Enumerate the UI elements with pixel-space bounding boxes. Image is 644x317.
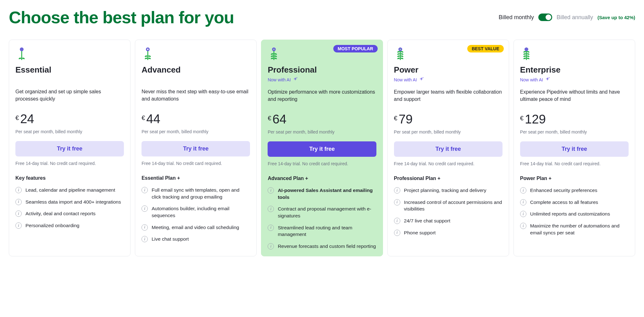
feature-item: i Project planning, tracking and deliver… — [394, 187, 502, 194]
try-free-button[interactable]: Try it free — [15, 141, 124, 156]
features-list: i Project planning, tracking and deliver… — [394, 187, 502, 236]
feature-item: i Automations builder, including email s… — [142, 205, 250, 219]
feature-text: Contract and proposal management with e-… — [278, 205, 376, 219]
feature-text: Complete access to all features — [530, 199, 598, 206]
try-free-button[interactable]: Try it free — [520, 141, 629, 157]
try-free-button[interactable]: Try it free — [142, 141, 250, 156]
price-amount: 44 — [146, 112, 160, 126]
feature-item: i Lead, calendar and pipeline management — [15, 187, 124, 194]
feature-text: Personalized onboarding — [25, 222, 79, 229]
feature-text: Revenue forecasts and custom field repor… — [278, 243, 376, 250]
info-icon[interactable]: i — [268, 206, 274, 212]
info-icon[interactable]: i — [15, 222, 22, 229]
features-heading: Power Plan + — [520, 176, 629, 181]
currency-symbol: € — [268, 115, 271, 122]
feature-item: i Full email sync with templates, open a… — [142, 187, 250, 200]
feature-text: Project planning, tracking and delivery — [404, 187, 486, 194]
price-row: € 24 — [15, 112, 124, 126]
plan-icon — [15, 47, 124, 61]
plan-card-power: BEST VALUE Power Now with AI Empower lar… — [387, 40, 509, 256]
plans-grid: Essential . Get organized and set up sim… — [9, 40, 635, 256]
feature-item: i 24/7 live chat support — [394, 217, 502, 224]
info-icon[interactable]: i — [520, 187, 526, 194]
features-heading: Professional Plan + — [394, 176, 502, 181]
price-amount: 24 — [20, 112, 34, 126]
plan-card-essential: Essential . Get organized and set up sim… — [9, 40, 130, 256]
info-icon[interactable]: i — [142, 187, 148, 193]
feature-item: i Increased control of account permissio… — [394, 199, 502, 212]
info-icon[interactable]: i — [142, 205, 148, 212]
feature-text: Unlimited reports and customizations — [530, 210, 610, 217]
price-sub: Per seat per month, billed monthly — [394, 129, 502, 134]
features-heading: Key features — [15, 175, 124, 181]
billed-annually-label[interactable]: Billed annually — [557, 14, 593, 21]
feature-text: Increased control of account permissions… — [404, 199, 502, 212]
feature-item: i Live chat support — [142, 236, 250, 243]
info-icon[interactable]: i — [142, 224, 148, 231]
info-icon[interactable]: i — [142, 236, 148, 242]
plan-description: Experience Pipedrive without limits and … — [520, 88, 629, 104]
feature-item: i Phone support — [394, 229, 502, 236]
feature-text: Maximize the number of automations and e… — [530, 222, 629, 236]
info-icon[interactable]: i — [520, 211, 526, 217]
plan-name: Advanced — [142, 65, 250, 75]
trial-note: Free 14-day trial. No credit card requir… — [520, 161, 629, 166]
price-sub: Per seat per month, billed monthly — [142, 129, 250, 134]
svg-point-11 — [423, 77, 423, 78]
feature-item: i Enhanced security preferences — [520, 187, 629, 194]
price-sub: Per seat per month, billed monthly — [520, 129, 629, 134]
pricing-header: Choose the best plan for you Billed mont… — [9, 8, 635, 27]
features-list: i AI-powered Sales Assistant and emailin… — [268, 187, 376, 250]
features-list: i Full email sync with templates, open a… — [142, 187, 250, 243]
feature-item: i Complete access to all features — [520, 199, 629, 206]
trial-note: Free 14-day trial. No credit card requir… — [394, 161, 502, 166]
svg-point-13 — [549, 77, 549, 78]
info-icon[interactable]: i — [520, 223, 526, 229]
billing-toggle-group: Billed monthly Billed annually (Save up … — [499, 14, 635, 21]
plan-card-advanced: Advanced . Never miss the next step with… — [135, 40, 257, 256]
info-icon[interactable]: i — [268, 187, 274, 194]
feature-item: i Personalized onboarding — [15, 222, 124, 229]
billed-monthly-label[interactable]: Billed monthly — [499, 14, 534, 21]
info-icon[interactable]: i — [394, 230, 400, 236]
page-title: Choose the best plan for you — [9, 8, 234, 27]
try-free-button[interactable]: Try it free — [394, 141, 502, 157]
plan-description: Empower larger teams with flexible colla… — [394, 88, 502, 104]
currency-symbol: € — [394, 115, 397, 122]
info-icon[interactable]: i — [15, 187, 22, 193]
feature-item: i Seamless data import and 400+ integrat… — [15, 199, 124, 205]
trial-note: Free 14-day trial. No credit card requir… — [15, 161, 124, 166]
feature-text: Meeting, email and video call scheduling — [152, 224, 239, 231]
feature-text: Seamless data import and 400+ integratio… — [25, 199, 121, 205]
billing-toggle[interactable] — [538, 14, 552, 21]
price-sub: Per seat per month, billed monthly — [15, 129, 124, 134]
info-icon[interactable]: i — [394, 218, 400, 224]
currency-symbol: € — [520, 115, 524, 122]
save-note: (Save up to 42%) — [597, 15, 635, 20]
feature-text: Automations builder, including email seq… — [152, 205, 250, 219]
feature-text: Full email sync with templates, open and… — [152, 187, 250, 200]
plan-name: Enterprise — [520, 65, 629, 75]
badge-value: BEST VALUE — [467, 45, 504, 52]
info-icon[interactable]: i — [15, 210, 22, 217]
feature-text: Live chat support — [152, 236, 189, 243]
plan-description: Optimize performance with more customiza… — [268, 88, 376, 104]
info-icon[interactable]: i — [394, 199, 400, 205]
feature-item: i Contract and proposal management with … — [268, 205, 376, 219]
feature-item: i Maximize the number of automations and… — [520, 222, 629, 236]
trial-note: Free 14-day trial. No credit card requir… — [268, 161, 376, 166]
info-icon[interactable]: i — [268, 225, 274, 231]
feature-text: Enhanced security preferences — [530, 187, 597, 194]
info-icon[interactable]: i — [520, 199, 526, 205]
svg-point-10 — [400, 49, 401, 50]
try-free-button[interactable]: Try it free — [268, 141, 376, 157]
info-icon[interactable]: i — [394, 187, 400, 194]
feature-text: Phone support — [404, 229, 436, 236]
plan-name: Power — [394, 65, 502, 75]
svg-point-8 — [296, 77, 297, 78]
features-list: i Lead, calendar and pipeline management… — [15, 187, 124, 229]
info-icon[interactable]: i — [268, 243, 274, 249]
info-icon[interactable]: i — [15, 199, 22, 205]
features-heading: Advanced Plan + — [268, 176, 376, 181]
plan-icon — [142, 47, 250, 61]
